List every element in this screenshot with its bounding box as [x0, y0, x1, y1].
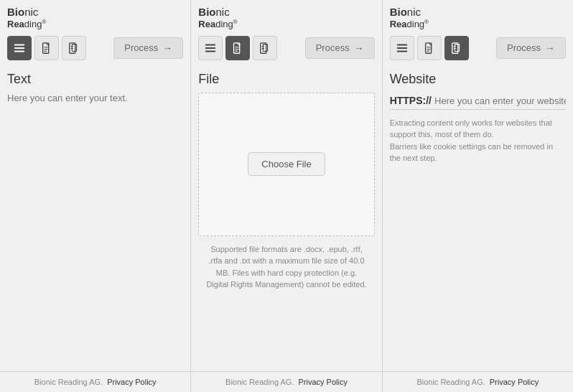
- svg-rect-5: [44, 49, 47, 50]
- footer-bar: Bionic Reading AG. Privacy Policy Bionic…: [0, 371, 573, 392]
- website-panel-header: Bionic Reading®: [383, 0, 573, 69]
- lines-button[interactable]: [7, 36, 32, 60]
- file-panel: Bionic Reading®: [191, 0, 382, 371]
- svg-rect-28: [427, 51, 429, 52]
- svg-rect-24: [396, 51, 406, 52]
- svg-rect-19: [264, 45, 268, 52]
- url-input[interactable]: [434, 93, 566, 109]
- file-doc-icon: [231, 42, 244, 55]
- svg-rect-4: [44, 47, 47, 47]
- url-input-wrapper: HTTPS://: [390, 93, 566, 110]
- svg-rect-15: [236, 47, 239, 47]
- file-process-button[interactable]: Process →: [305, 37, 375, 59]
- svg-rect-27: [427, 49, 430, 50]
- website-doc2-button[interactable]: [444, 36, 469, 60]
- text-process-button[interactable]: Process →: [113, 37, 183, 59]
- website-lines-button[interactable]: [390, 36, 414, 60]
- svg-rect-1: [14, 47, 24, 49]
- file-footer-company: Bionic Reading AG.: [225, 378, 294, 386]
- text-panel-header: Bionic Reading®: [0, 0, 190, 69]
- website-panel-content: HTTPS:// Extracting content only works f…: [383, 93, 573, 371]
- url-prefix: HTTPS://: [390, 95, 434, 106]
- svg-rect-30: [455, 45, 459, 52]
- svg-rect-17: [236, 51, 238, 52]
- svg-rect-0: [14, 45, 24, 46]
- website-panel-toolbar: Process →: [390, 36, 566, 60]
- doc-button[interactable]: [34, 36, 59, 60]
- file-panel-title: File: [191, 69, 381, 93]
- file-panel-content: Choose File Supported file formats are .…: [191, 93, 381, 371]
- file-panel-logo: Bionic Reading®: [198, 6, 374, 30]
- website-footer-policy-link[interactable]: Privacy Policy: [490, 378, 539, 386]
- website-note: Extracting content only works for websit…: [390, 117, 566, 164]
- website-panel: Bionic Reading®: [383, 0, 573, 371]
- website-panel-logo: Bionic Reading®: [390, 6, 566, 30]
- website-lines-icon: [396, 42, 409, 55]
- svg-rect-32: [453, 48, 456, 49]
- website-process-button[interactable]: Process →: [496, 37, 566, 59]
- svg-rect-6: [44, 51, 47, 52]
- file-footer-policy-link[interactable]: Privacy Policy: [298, 378, 347, 386]
- text-footer-company: Bionic Reading AG.: [34, 378, 103, 386]
- svg-rect-23: [396, 47, 406, 49]
- file-panel-header: Bionic Reading®: [191, 0, 381, 69]
- svg-rect-13: [205, 51, 215, 52]
- website-doc2-icon: [450, 42, 463, 55]
- file-footer: Bionic Reading AG. Privacy Policy: [191, 371, 382, 392]
- text-panel-title: Text: [0, 69, 190, 93]
- website-footer-company: Bionic Reading AG.: [416, 378, 485, 386]
- file-doc2-button[interactable]: [253, 36, 277, 60]
- text-input[interactable]: [7, 93, 183, 337]
- svg-rect-11: [205, 45, 215, 46]
- text-panel-content: [0, 93, 190, 371]
- svg-rect-20: [262, 46, 265, 47]
- doc-icon: [40, 42, 53, 55]
- file-lines-button[interactable]: [198, 36, 223, 60]
- svg-rect-12: [205, 47, 215, 49]
- text-panel: Bionic Reading®: [0, 0, 191, 371]
- svg-rect-10: [71, 48, 74, 49]
- website-doc-button[interactable]: [417, 36, 442, 60]
- file-panel-toolbar: Process →: [198, 36, 374, 60]
- svg-rect-2: [14, 51, 24, 52]
- text-footer-policy-link[interactable]: Privacy Policy: [107, 378, 156, 386]
- website-footer: Bionic Reading AG. Privacy Policy: [383, 371, 573, 392]
- doc2-icon: [67, 42, 80, 55]
- doc2-button[interactable]: [62, 36, 86, 60]
- svg-rect-16: [236, 49, 239, 50]
- svg-rect-26: [427, 47, 430, 47]
- svg-rect-31: [453, 46, 456, 47]
- file-doc-button[interactable]: [225, 36, 250, 60]
- file-drop-zone[interactable]: Choose File: [198, 93, 374, 236]
- website-doc-icon: [423, 42, 436, 55]
- text-footer: Bionic Reading AG. Privacy Policy: [0, 371, 191, 392]
- choose-file-button[interactable]: Choose File: [248, 152, 325, 176]
- file-lines-icon: [204, 42, 217, 55]
- svg-rect-9: [71, 46, 74, 47]
- svg-rect-21: [262, 48, 265, 49]
- lines-icon: [13, 42, 26, 55]
- text-panel-toolbar: Process →: [7, 36, 183, 60]
- file-doc2-icon: [258, 42, 271, 55]
- svg-rect-8: [72, 45, 76, 52]
- website-panel-title: Website: [383, 69, 573, 93]
- text-panel-logo: Bionic Reading®: [7, 6, 183, 30]
- file-formats-info: Supported file formats are .docx, .epub,…: [198, 243, 374, 291]
- svg-rect-22: [396, 45, 406, 46]
